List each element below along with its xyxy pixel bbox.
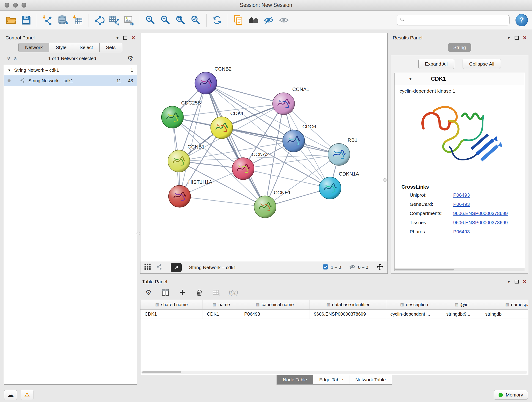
crosslink-link[interactable]: 9606.ENSP00000378699 (453, 220, 508, 225)
crosslink-link[interactable]: 9606.ENSP00000378699 (453, 211, 508, 216)
scrollbar-thumb[interactable] (142, 371, 181, 373)
network-share-icon[interactable] (156, 263, 162, 271)
crosslink-link[interactable]: P06493 (453, 192, 470, 198)
network-node-hist1h1a[interactable] (169, 185, 191, 207)
tab-edge-table[interactable]: Edge Table (313, 375, 349, 385)
column-header[interactable]: ▦database identifier (310, 300, 386, 309)
import-table-from-file-icon[interactable] (71, 13, 85, 27)
crosslink-link[interactable]: P06493 (453, 229, 470, 235)
selected-nodes-checkbox-icon[interactable] (322, 264, 329, 271)
cell-shared-name[interactable]: CDK1 (140, 310, 203, 319)
horizontal-scrollbar[interactable] (141, 370, 527, 374)
collapse-all-networks-icon[interactable]: « (13, 57, 18, 60)
zoom-in-icon[interactable] (144, 13, 157, 27)
cell-canonical-name[interactable]: P06493 (240, 310, 310, 319)
collapse-panel-icon[interactable]: ▼ (507, 280, 510, 284)
string-tab[interactable]: String (448, 43, 472, 52)
expand-all-button[interactable]: Expand All (418, 59, 454, 69)
network-edge[interactable] (206, 83, 265, 207)
crosslink-link[interactable]: P06493 (453, 201, 470, 207)
table-settings-gear-icon[interactable]: ⚙ (143, 288, 153, 297)
birds-eye-view-icon[interactable] (171, 263, 182, 272)
cloud-status-icon[interactable]: ☁ (4, 390, 17, 400)
collapse-card-icon[interactable]: ▼ (409, 77, 412, 81)
splitter-handle[interactable] (137, 232, 140, 235)
function-builder-icon[interactable]: f(x) (228, 288, 238, 297)
create-network-from-table-icon[interactable] (107, 13, 121, 27)
float-panel-icon[interactable] (515, 36, 519, 40)
protein-card-header[interactable]: ▼ CDK1 (394, 73, 525, 85)
zoom-window-button[interactable] (22, 3, 26, 7)
close-window-button[interactable] (5, 3, 9, 7)
network-edge[interactable] (180, 196, 265, 207)
splitter-handle[interactable] (383, 178, 386, 182)
network-node-ccnb1[interactable] (168, 150, 190, 172)
close-panel-icon[interactable]: × (523, 279, 526, 285)
create-column-icon[interactable]: + (177, 288, 187, 297)
export-image-icon[interactable] (122, 13, 136, 27)
hidden-eye-slash-icon[interactable] (349, 263, 356, 271)
close-panel-icon[interactable]: × (523, 35, 526, 41)
network-node-rb1[interactable] (328, 143, 350, 166)
show-columns-icon[interactable] (160, 288, 171, 297)
network-graph[interactable]: CCNB2CCNA1CDC25BCDK1CDC6RB1CCNB1CCNA2CDK… (140, 33, 387, 261)
import-network-from-file-icon[interactable] (41, 13, 54, 27)
delete-table-icon[interactable] (211, 288, 221, 297)
table-row[interactable]: CDK1 CDK1 P06493 9606.ENSP00000378699 cy… (140, 310, 528, 319)
collapse-all-button[interactable]: Collapse All (462, 59, 501, 69)
network-node-ccne1[interactable] (254, 196, 276, 218)
zoom-fit-icon[interactable] (174, 13, 188, 27)
cell-name[interactable]: CDK1 (203, 310, 240, 319)
network-canvas[interactable]: CCNB2CCNA1CDC25BCDK1CDC6RB1CCNB1CCNA2CDK… (140, 33, 388, 261)
column-header[interactable]: ▦canonical name (240, 300, 310, 309)
cell-description[interactable]: cyclin-dependent ... (386, 310, 442, 319)
column-header[interactable]: ▦namespace (481, 300, 528, 309)
zoom-out-icon[interactable] (159, 13, 172, 27)
search-input[interactable] (407, 17, 507, 23)
close-panel-icon[interactable]: × (132, 35, 135, 41)
help-icon[interactable]: ? (515, 14, 528, 26)
network-collection-row[interactable]: ▼ String Network – cdk1 1 (4, 65, 137, 75)
memory-button[interactable]: Memory (494, 390, 528, 400)
column-header[interactable]: ▦shared name (140, 300, 203, 309)
tab-network[interactable]: Network (18, 43, 49, 52)
network-node-cdk1[interactable] (210, 117, 233, 139)
grid-view-icon[interactable] (144, 263, 151, 271)
cell-id[interactable]: stringdb:9... (442, 310, 481, 319)
tab-sets[interactable]: Sets (100, 43, 122, 52)
tab-select[interactable]: Select (73, 43, 99, 52)
open-session-icon[interactable] (4, 13, 18, 27)
column-header[interactable]: ▦@id (442, 300, 481, 309)
collapse-panel-icon[interactable]: ▼ (116, 36, 119, 40)
cell-namespace[interactable]: stringdb (481, 310, 528, 319)
network-node-ccna2[interactable] (232, 158, 254, 180)
cell-database-identifier[interactable]: 9606.ENSP00000378699 (310, 310, 386, 319)
import-network-from-database-icon[interactable] (56, 13, 70, 27)
refresh-view-icon[interactable] (210, 13, 224, 27)
network-node-cdc25b[interactable] (162, 106, 184, 128)
network-node-cdc6[interactable] (283, 130, 305, 152)
tab-style[interactable]: Style (49, 43, 73, 52)
float-panel-icon[interactable] (123, 36, 127, 40)
home-icon[interactable] (247, 13, 260, 27)
network-node-cdkn1a[interactable] (319, 177, 341, 199)
hide-selected-eye-slash-icon[interactable] (262, 13, 276, 27)
warning-icon[interactable]: ⚠ (21, 390, 33, 400)
collapse-panel-icon[interactable]: ▼ (507, 36, 510, 40)
horizontal-scrollbar[interactable] (394, 268, 525, 271)
delete-column-trash-icon[interactable] (194, 288, 204, 297)
network-node-ccna1[interactable] (273, 93, 295, 115)
network-edge[interactable] (206, 83, 283, 104)
column-header[interactable]: ▦name (203, 300, 240, 309)
show-all-eye-icon[interactable] (277, 13, 291, 27)
zoom-selected-icon[interactable] (189, 13, 203, 27)
new-network-from-selection-icon[interactable] (92, 13, 106, 27)
float-panel-icon[interactable] (515, 280, 519, 283)
duplicate-style-icon[interactable] (232, 13, 245, 27)
tab-network-table[interactable]: Network Table (349, 375, 392, 385)
expand-all-networks-icon[interactable]: » (6, 57, 12, 60)
save-session-icon[interactable] (19, 13, 33, 27)
tree-expand-icon[interactable]: ▼ (7, 68, 11, 72)
network-node-ccnb2[interactable] (195, 72, 217, 94)
pan-move-icon[interactable] (376, 263, 384, 272)
